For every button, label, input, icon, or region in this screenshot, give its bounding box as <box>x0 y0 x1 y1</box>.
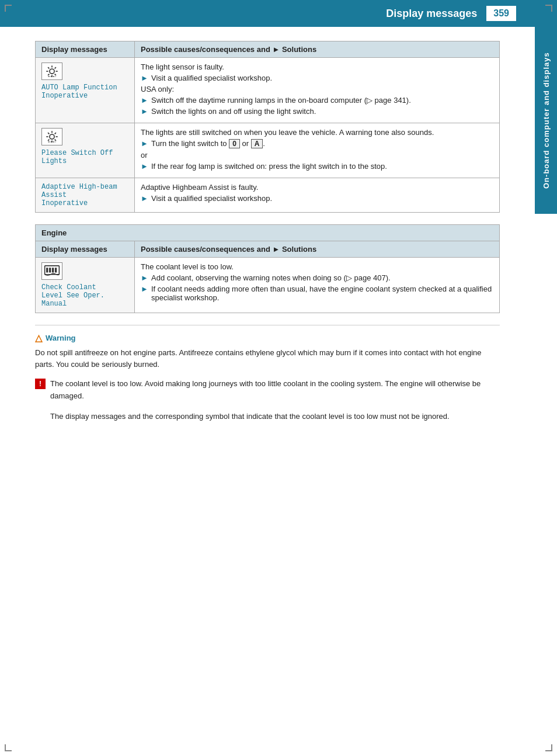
svg-line-7 <box>55 67 56 68</box>
arrow-icon: ► <box>141 162 149 171</box>
warning-triangle-icon: △ <box>35 332 42 344</box>
sun-icon2 <box>44 129 60 144</box>
note-section: ! The coolant level is too low. Avoid ma… <box>35 378 500 405</box>
adaptive-high-line1: Adaptive Highbeam Assist is faulty. <box>141 183 493 192</box>
svg-rect-24 <box>55 268 57 272</box>
auto-lamp-line1: The light sensor is faulty. <box>141 63 493 71</box>
svg-rect-21 <box>46 268 48 272</box>
page-number: 359 <box>486 6 516 21</box>
svg-point-10 <box>50 134 54 139</box>
note-icon: ! <box>35 379 46 389</box>
please-switch-bullet2: ► If the rear fog lamp is switched on: p… <box>141 162 493 171</box>
sun-icon-box <box>41 63 62 80</box>
table-row: Adaptive High-beamAssistInoperative Adap… <box>36 178 500 213</box>
svg-point-0 <box>50 69 54 74</box>
please-switch-content: The lights are still switched on when yo… <box>135 123 500 178</box>
main-content: Display messages Possible causes/consequ… <box>0 27 535 439</box>
side-tab: On-board computer and displays <box>535 27 557 214</box>
arrow-icon: ► <box>141 194 149 203</box>
adaptive-high-bullet1: ► Visit a qualified specialist workshop. <box>141 194 493 203</box>
check-coolant-cell: Check CoolantLevel See Oper.Manual <box>36 258 135 313</box>
please-switch-code: Please Switch OffLights <box>41 149 128 165</box>
display-message-cell: Adaptive High-beamAssistInoperative <box>36 178 135 213</box>
auto-lamp-bullet1: ► Visit a qualified specialist workshop. <box>141 74 493 82</box>
check-coolant-line1: The coolant level is too low. <box>141 262 493 271</box>
usa-label: USA only: <box>141 85 493 93</box>
engine-section: Engine Display messages Possible causes/… <box>35 224 500 313</box>
adaptive-high-content: Adaptive Highbeam Assist is faulty. ► Vi… <box>135 178 500 213</box>
engine-table: Engine Display messages Possible causes/… <box>35 224 500 313</box>
engine-section-label: Engine <box>36 225 500 241</box>
check-coolant-bullet2: ► If coolant needs adding more often tha… <box>141 285 493 302</box>
corner-mark-tl <box>5 5 12 12</box>
arrow-icon: ► <box>141 74 149 82</box>
auto-lamp-bullet2: ► Switch off the daytime running lamps i… <box>141 96 493 105</box>
key-a: A <box>251 139 263 148</box>
engine-col1-header: Display messages <box>36 241 135 258</box>
arrow-icon: ► <box>141 285 149 293</box>
or-label: or <box>141 151 493 159</box>
engine-col2-header: Possible causes/consequences and ► Solut… <box>135 241 500 258</box>
arrow-icon: ► <box>141 107 149 116</box>
auto-lamp-code: AUTO Lamp FunctionInoperative <box>41 84 128 100</box>
display-message-cell: AUTO Lamp FunctionInoperative <box>36 58 135 123</box>
warning-title: △ Warning <box>35 332 500 344</box>
key-0: 0 <box>229 139 240 148</box>
arrow-icon: ► <box>141 273 149 282</box>
warning-text: Do not spill antifreeze on hot engine pa… <box>35 347 500 370</box>
display-message-cell: Please Switch OffLights <box>36 123 135 178</box>
note-content: The coolant level is too low. Avoid maki… <box>50 378 500 405</box>
table-row: Check CoolantLevel See Oper.Manual The c… <box>36 258 500 313</box>
please-switch-line1: The lights are still switched on when yo… <box>141 128 493 137</box>
svg-line-17 <box>55 133 56 134</box>
arrow-icon: ► <box>141 139 149 148</box>
svg-rect-22 <box>49 268 51 272</box>
table-row: AUTO Lamp FunctionInoperative The light … <box>36 58 500 123</box>
check-coolant-content: The coolant level is too low. ► Add cool… <box>135 258 500 313</box>
svg-line-18 <box>48 140 49 141</box>
corner-mark-bl <box>5 744 12 751</box>
main-table: Display messages Possible causes/consequ… <box>35 41 500 213</box>
header-bar: Display messages 359 <box>0 0 557 27</box>
note-text2: The display messages and the correspondi… <box>50 411 500 423</box>
svg-line-5 <box>48 67 49 68</box>
adaptive-high-code: Adaptive High-beamAssistInoperative <box>41 183 128 207</box>
warning-section: △ Warning Do not spill antifreeze on hot… <box>35 325 500 370</box>
check-coolant-bullet1: ► Add coolant, observing the warning not… <box>141 273 493 282</box>
col2-header: Possible causes/consequences and ► Solut… <box>135 41 500 58</box>
corner-mark-tr <box>545 5 552 12</box>
coolant-icon <box>44 263 60 279</box>
sun-icon-box2 <box>41 128 62 145</box>
svg-line-8 <box>48 74 49 75</box>
check-coolant-code: Check CoolantLevel See Oper.Manual <box>41 283 128 308</box>
col1-header: Display messages <box>36 41 135 58</box>
header-title: Display messages <box>386 8 477 20</box>
engine-section-header-row: Engine <box>36 225 500 241</box>
svg-line-16 <box>55 140 56 141</box>
sun-icon <box>44 64 60 79</box>
svg-rect-23 <box>52 268 54 272</box>
auto-lamp-bullet3: ► Switch the lights on and off using the… <box>141 107 493 116</box>
corner-mark-br <box>545 744 552 751</box>
svg-line-6 <box>55 74 56 75</box>
please-switch-bullet1: ► Turn the light switch to 0 or A. <box>141 139 493 148</box>
auto-lamp-content: The light sensor is faulty. ► Visit a qu… <box>135 58 500 123</box>
svg-line-15 <box>48 133 49 134</box>
note-text1: The coolant level is too low. Avoid maki… <box>50 378 500 403</box>
table-row: Please Switch OffLights The lights are s… <box>36 123 500 178</box>
coolant-icon-box <box>41 262 62 280</box>
arrow-icon: ► <box>141 96 149 105</box>
